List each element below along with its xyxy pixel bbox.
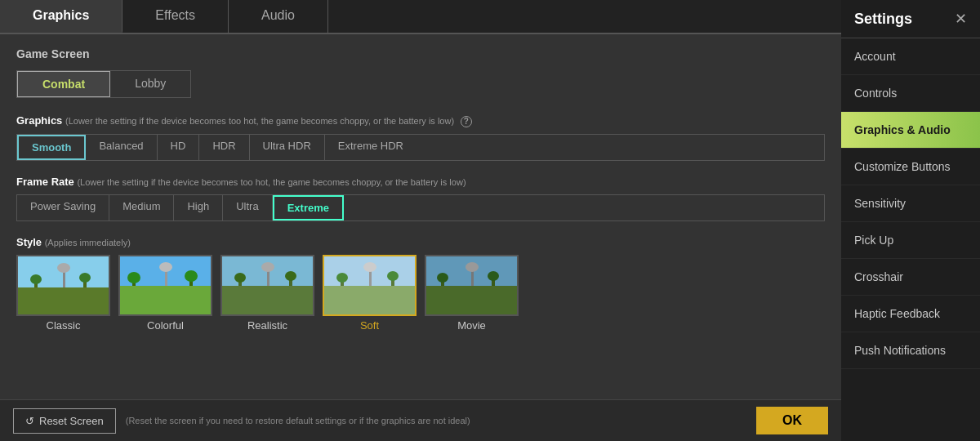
svg-point-29 xyxy=(336,273,348,283)
svg-point-3 xyxy=(57,263,70,273)
svg-point-35 xyxy=(466,262,479,272)
close-button[interactable]: ✕ xyxy=(955,10,967,28)
sidebar-item-sensitivity[interactable]: Sensitivity xyxy=(841,185,980,222)
tab-effects[interactable]: Effects xyxy=(122,0,229,33)
svg-rect-25 xyxy=(324,286,416,316)
main-panel: Graphics Effects Audio Game Screen Comba… xyxy=(0,0,841,441)
graphics-option-smooth[interactable]: Smooth xyxy=(17,135,86,160)
svg-point-23 xyxy=(285,271,296,281)
tab-graphics[interactable]: Graphics xyxy=(0,0,122,33)
svg-point-37 xyxy=(437,273,448,283)
tab-audio[interactable]: Audio xyxy=(229,0,328,33)
sidebar-item-push-notifications[interactable]: Push Notifications xyxy=(841,332,980,369)
game-screen-label: Game Screen xyxy=(16,47,825,60)
sidebar-item-graphics-audio[interactable]: Graphics & Audio xyxy=(841,112,980,149)
settings-sidebar: Settings ✕ Account Controls Graphics & A… xyxy=(841,0,980,441)
svg-point-13 xyxy=(127,272,140,283)
style-card-realistic[interactable]: Realistic xyxy=(220,255,314,332)
graphics-option-hdr[interactable]: HDR xyxy=(199,135,249,160)
graphics-help-icon[interactable]: ? xyxy=(461,116,472,127)
svg-rect-9 xyxy=(120,286,212,316)
svg-point-7 xyxy=(79,273,91,283)
frame-rate-setting-title: Frame Rate (Lower the setting if the dev… xyxy=(16,176,825,188)
frame-rate-option-medium[interactable]: Medium xyxy=(109,195,174,220)
svg-point-15 xyxy=(185,270,198,282)
sidebar-item-account[interactable]: Account xyxy=(841,38,980,75)
style-card-colorful[interactable]: Colorful xyxy=(118,255,212,332)
svg-point-31 xyxy=(387,271,399,281)
svg-point-11 xyxy=(159,262,172,272)
frame-rate-option-power-saving[interactable]: Power Saving xyxy=(17,195,109,220)
frame-rate-option-ultra[interactable]: Ultra xyxy=(223,195,272,220)
sidebar-item-customize-buttons[interactable]: Customize Buttons xyxy=(841,149,980,185)
svg-rect-1 xyxy=(18,287,110,316)
style-setting-row: Style (Applies immediately) xyxy=(16,236,825,332)
content-area: Game Screen Combat Lobby Graphics (Lower… xyxy=(0,34,841,399)
svg-point-19 xyxy=(261,262,274,272)
style-card-movie-label: Movie xyxy=(457,319,486,332)
subtab-lobby[interactable]: Lobby xyxy=(110,71,190,97)
graphics-option-hd[interactable]: HD xyxy=(158,135,200,160)
style-card-soft[interactable]: Soft xyxy=(323,255,416,332)
bottom-bar: ↺ Reset Screen (Reset the screen if you … xyxy=(0,399,841,441)
style-card-colorful-img xyxy=(118,255,212,316)
frame-rate-option-extreme[interactable]: Extreme xyxy=(273,195,344,220)
reset-screen-button[interactable]: ↺ Reset Screen xyxy=(13,408,116,434)
style-card-realistic-img xyxy=(220,255,314,316)
frame-rate-setting-row: Frame Rate (Lower the setting if the dev… xyxy=(16,176,825,221)
graphics-option-balanced[interactable]: Balanced xyxy=(86,135,157,160)
style-card-classic[interactable]: Classic xyxy=(16,255,110,332)
svg-point-21 xyxy=(234,273,246,283)
graphics-setting-title: Graphics (Lower the setting if the devic… xyxy=(16,114,825,127)
frame-rate-option-high[interactable]: High xyxy=(174,195,223,220)
svg-rect-33 xyxy=(426,286,519,316)
svg-rect-17 xyxy=(222,286,314,316)
svg-point-5 xyxy=(30,274,42,284)
reset-hint: (Reset the screen if you need to restore… xyxy=(126,416,746,425)
sidebar-title: Settings xyxy=(854,11,912,28)
graphics-options: Smooth Balanced HD HDR Ultra HDR Extreme… xyxy=(16,134,825,161)
svg-point-27 xyxy=(363,262,376,272)
reset-label: Reset Screen xyxy=(39,415,104,427)
graphics-setting-row: Graphics (Lower the setting if the devic… xyxy=(16,114,825,161)
frame-rate-options: Power Saving Medium High Ultra Extreme xyxy=(16,194,825,221)
ok-button[interactable]: OK xyxy=(756,407,828,434)
style-card-movie-img xyxy=(425,255,519,316)
style-setting-title: Style (Applies immediately) xyxy=(16,236,825,248)
style-card-soft-label: Soft xyxy=(360,319,379,332)
top-tabs: Graphics Effects Audio xyxy=(0,0,841,34)
subtab-combat[interactable]: Combat xyxy=(17,71,110,97)
style-card-realistic-label: Realistic xyxy=(247,319,287,332)
style-cards: Classic xyxy=(16,255,825,332)
sidebar-item-pick-up[interactable]: Pick Up xyxy=(841,222,980,259)
style-card-movie[interactable]: Movie xyxy=(425,255,519,332)
graphics-option-extreme-hdr[interactable]: Extreme HDR xyxy=(325,135,416,160)
sidebar-header: Settings ✕ xyxy=(841,0,980,38)
sidebar-item-crosshair[interactable]: Crosshair xyxy=(841,259,980,296)
style-card-soft-img xyxy=(323,255,416,316)
reset-icon: ↺ xyxy=(25,415,34,427)
sidebar-item-haptic-feedback[interactable]: Haptic Feedback xyxy=(841,296,980,332)
sub-tabs: Combat Lobby xyxy=(16,70,191,98)
sidebar-item-controls[interactable]: Controls xyxy=(841,75,980,112)
style-card-classic-img xyxy=(16,255,110,316)
svg-point-39 xyxy=(488,271,499,281)
graphics-option-ultra-hdr[interactable]: Ultra HDR xyxy=(250,135,325,160)
style-card-colorful-label: Colorful xyxy=(147,319,184,332)
style-card-classic-label: Classic xyxy=(47,319,81,332)
